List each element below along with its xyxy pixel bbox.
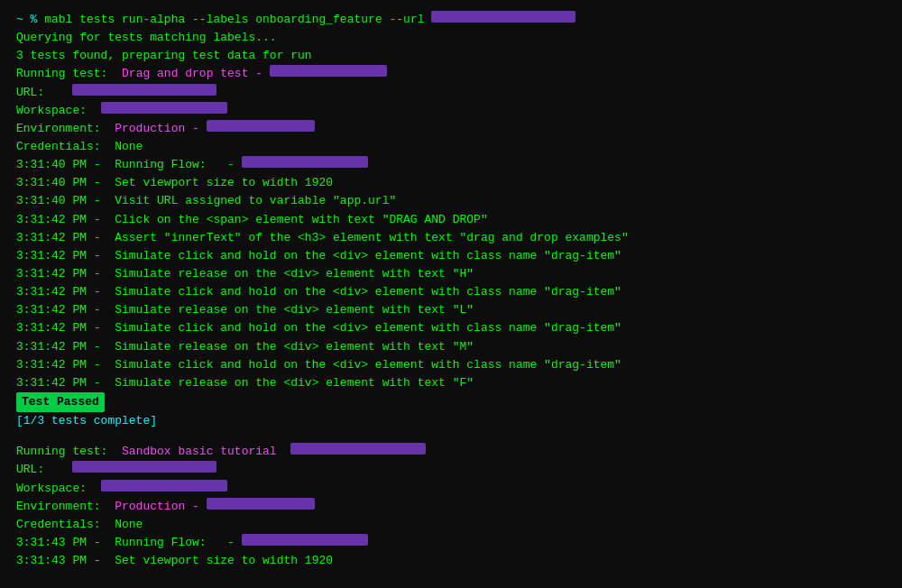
redacted-url1: [72, 84, 216, 96]
running-label-2: Running test:: [16, 443, 122, 461]
time-assert-1: 3:31:42 PM - Assert "innerText" of the <…: [16, 229, 629, 247]
env-value-2: Production -: [115, 498, 206, 516]
test-name-1: Drag and drop test -: [122, 65, 270, 83]
url-1-line: URL:: [16, 84, 886, 102]
env-label-2: Environment:: [16, 498, 115, 516]
creds-label-2: Credentials: None: [16, 516, 143, 534]
redacted-env2: [207, 498, 315, 510]
url-2-line: URL:: [16, 461, 886, 479]
time-release-2: 3:31:42 PM - Simulate release on the <di…: [16, 301, 474, 319]
querying-line: Querying for tests matching labels...: [16, 29, 886, 47]
visit-1-line: 3:31:40 PM - Visit URL assigned to varia…: [16, 192, 886, 210]
workspace-1-line: Workspace:: [16, 102, 886, 120]
redacted-flow2: [242, 534, 368, 546]
flow-1-line: 3:31:40 PM - Running Flow: -: [16, 156, 886, 174]
progress-line: [1/3 tests complete]: [16, 412, 886, 430]
creds-label-1: Credentials: None: [16, 138, 143, 156]
release-2-line: 3:31:42 PM - Simulate release on the <di…: [16, 301, 886, 319]
found-text: 3 tests found, preparing test data for r…: [16, 47, 312, 65]
flow-2-line: 3:31:43 PM - Running Flow: -: [16, 534, 886, 552]
running-test-2-line: Running test: Sandbox basic tutorial: [16, 443, 886, 461]
querying-text: Querying for tests matching labels...: [16, 29, 277, 47]
click-1-line: 3:31:42 PM - Click on the <span> element…: [16, 211, 886, 229]
sim-1-line: 3:31:42 PM - Simulate click and hold on …: [16, 247, 886, 265]
time-sim-3: 3:31:42 PM - Simulate click and hold on …: [16, 319, 621, 337]
sim-2-line: 3:31:42 PM - Simulate click and hold on …: [16, 283, 886, 301]
spacer: [16, 430, 886, 443]
time-release-4: 3:31:42 PM - Simulate release on the <di…: [16, 374, 474, 392]
running-test-1-line: Running test: Drag and drop test -: [16, 65, 886, 83]
release-4-line: 3:31:42 PM - Simulate release on the <di…: [16, 374, 886, 392]
redacted-flow1: [242, 156, 368, 168]
viewport-1-line: 3:31:40 PM - Set viewport size to width …: [16, 174, 886, 192]
progress-text: [1/3 tests complete]: [16, 412, 157, 430]
viewport-2-line: 3:31:43 PM - Set viewport size to width …: [16, 552, 886, 570]
time-viewport-2: 3:31:43 PM - Set viewport size to width …: [16, 552, 333, 570]
time-click-1: 3:31:42 PM - Click on the <span> element…: [16, 211, 488, 229]
redacted-workspace2: [101, 480, 227, 492]
workspace-label-1: Workspace:: [16, 102, 101, 120]
prompt: ~ %: [16, 11, 44, 29]
time-release-3: 3:31:42 PM - Simulate release on the <di…: [16, 338, 474, 356]
redacted-env1: [207, 120, 315, 132]
running-label-1: Running test:: [16, 65, 122, 83]
time-viewport-1: 3:31:40 PM - Set viewport size to width …: [16, 174, 333, 192]
release-1-line: 3:31:42 PM - Simulate release on the <di…: [16, 265, 886, 283]
assert-1-line: 3:31:42 PM - Assert "innerText" of the <…: [16, 229, 886, 247]
test-passed-line: Test Passed: [16, 392, 886, 412]
test-name-2: Sandbox basic tutorial: [122, 443, 290, 461]
redacted-url2: [72, 461, 216, 473]
time-sim-1: 3:31:42 PM - Simulate click and hold on …: [16, 247, 621, 265]
creds-1-line: Credentials: None: [16, 138, 886, 156]
redacted-workspace1: [101, 102, 227, 114]
command-text: mabl tests run-alpha --labels onboarding…: [44, 11, 431, 29]
workspace-2-line: Workspace:: [16, 480, 886, 498]
time-release-1: 3:31:42 PM - Simulate release on the <di…: [16, 265, 474, 283]
workspace-label-2: Workspace:: [16, 480, 101, 498]
redacted-test2: [290, 443, 426, 455]
url-label-1: URL:: [16, 84, 72, 102]
time-flow-1: 3:31:40 PM - Running Flow: -: [16, 156, 242, 174]
redacted-cmd-url: [431, 11, 575, 23]
env-1-line: Environment: Production -: [16, 120, 886, 138]
time-sim-4: 3:31:42 PM - Simulate click and hold on …: [16, 356, 621, 374]
creds-2-line: Credentials: None: [16, 516, 886, 534]
env-2-line: Environment: Production -: [16, 498, 886, 516]
sim-3-line: 3:31:42 PM - Simulate click and hold on …: [16, 319, 886, 337]
found-line: 3 tests found, preparing test data for r…: [16, 47, 886, 65]
release-3-line: 3:31:42 PM - Simulate release on the <di…: [16, 338, 886, 356]
terminal-window: ~ % mabl tests run-alpha --labels onboar…: [0, 0, 902, 588]
sim-4-line: 3:31:42 PM - Simulate click and hold on …: [16, 356, 886, 374]
test-passed-badge: Test Passed: [16, 392, 105, 412]
time-flow-2: 3:31:43 PM - Running Flow: -: [16, 534, 242, 552]
url-label-2: URL:: [16, 461, 72, 479]
time-visit-1: 3:31:40 PM - Visit URL assigned to varia…: [16, 192, 396, 210]
command-line: ~ % mabl tests run-alpha --labels onboar…: [16, 11, 886, 29]
time-sim-2: 3:31:42 PM - Simulate click and hold on …: [16, 283, 621, 301]
redacted-test1: [270, 65, 387, 77]
env-label-1: Environment:: [16, 120, 115, 138]
env-value-1: Production -: [115, 120, 206, 138]
